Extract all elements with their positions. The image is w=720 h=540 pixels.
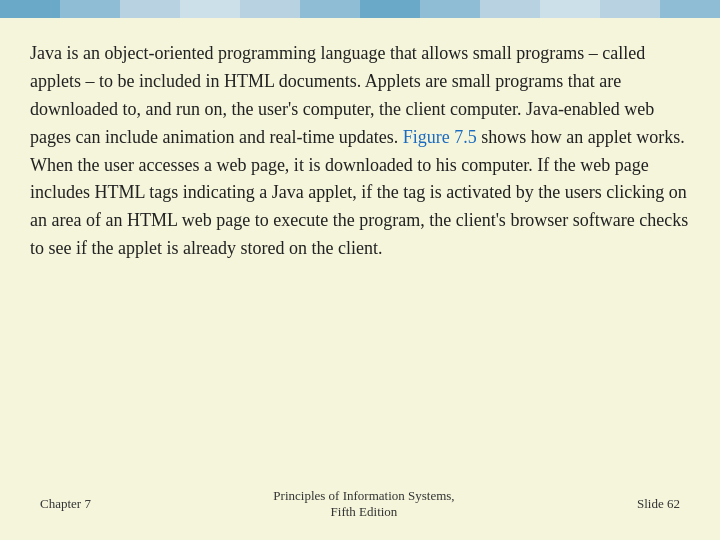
main-content: Java is an object-oriented programming l…	[0, 18, 720, 540]
color-segment-3	[120, 0, 180, 18]
footer: Chapter 7 Principles of Information Syst…	[30, 480, 690, 530]
color-segment-9	[480, 0, 540, 18]
color-segment-7	[360, 0, 420, 18]
footer-slide: Slide 62	[637, 496, 680, 512]
footer-title-line1: Principles of Information Systems,	[273, 488, 454, 503]
color-segment-12	[660, 0, 720, 18]
footer-title: Principles of Information Systems, Fifth…	[91, 488, 637, 520]
color-segment-1	[0, 0, 60, 18]
page-container: Java is an object-oriented programming l…	[0, 0, 720, 540]
footer-chapter: Chapter 7	[40, 496, 91, 512]
color-segment-6	[300, 0, 360, 18]
footer-title-line2: Fifth Edition	[331, 504, 398, 519]
color-segment-11	[600, 0, 660, 18]
body-text: Java is an object-oriented programming l…	[30, 40, 690, 263]
color-segment-4	[180, 0, 240, 18]
color-segment-2	[60, 0, 120, 18]
color-segment-10	[540, 0, 600, 18]
figure-link[interactable]: Figure 7.5	[403, 127, 477, 147]
color-bar	[0, 0, 720, 18]
color-segment-5	[240, 0, 300, 18]
color-segment-8	[420, 0, 480, 18]
